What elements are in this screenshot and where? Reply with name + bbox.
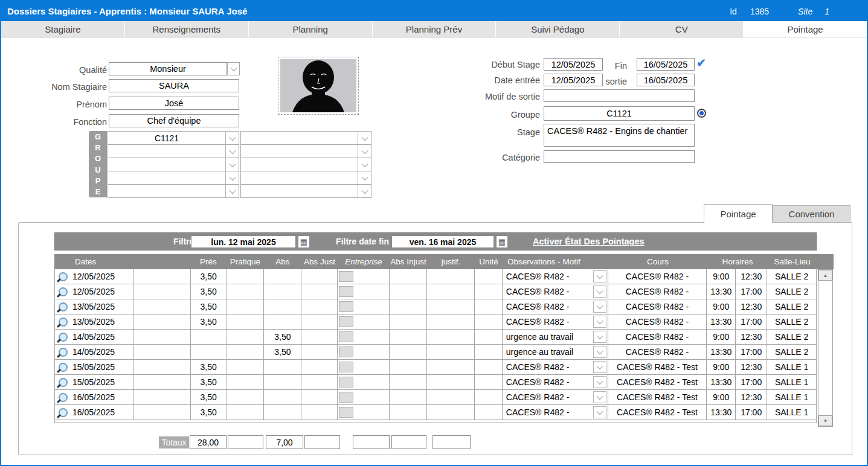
abs-injust-cell[interactable] [390,345,427,359]
unite-cell[interactable] [475,360,503,374]
scroll-up-button[interactable]: ▲ [818,270,832,281]
pres-cell[interactable] [191,330,227,344]
abs-cell[interactable] [264,360,301,374]
chevron-down-icon[interactable] [225,132,239,144]
subtab-pointage[interactable]: Pointage [704,204,773,223]
abs-cell[interactable] [264,269,301,284]
magnifier-icon[interactable] [59,378,68,387]
abs-just-cell[interactable] [301,405,338,420]
entreprise-checkbox[interactable] [339,346,353,357]
justif-cell[interactable] [427,330,475,344]
horaire-debut-cell[interactable]: 13:30 [707,405,736,420]
entreprise-checkbox[interactable] [339,331,353,342]
magnifier-icon[interactable] [59,408,68,417]
observations-combo[interactable]: CACES® R482 - [503,284,608,299]
magnifier-icon[interactable] [59,333,68,342]
salle-cell[interactable]: SALLE 1 [767,405,816,420]
motif-sortie-field[interactable] [544,89,695,102]
horaire-fin-cell[interactable]: 17:00 [736,284,767,299]
horaire-debut-cell[interactable]: 9:00 [707,390,736,404]
chevron-down-icon[interactable] [358,171,371,184]
horaire-debut-cell[interactable]: 9:00 [707,299,736,314]
justif-cell[interactable] [427,405,475,420]
pres-cell[interactable]: 3,50 [191,284,227,299]
horaire-fin-cell[interactable]: 12:30 [736,330,767,344]
groupe-right-combo-4[interactable] [240,171,371,185]
horaire-debut-cell[interactable]: 13:30 [707,284,736,299]
abs-injust-cell[interactable] [390,360,427,374]
tab-cv[interactable]: CV [620,21,744,37]
chevron-down-icon[interactable] [225,145,239,158]
observations-combo[interactable]: CACES® R482 - [503,360,608,374]
filter-start-input[interactable]: lun. 12 mai 2025 [191,235,296,248]
observations-combo[interactable]: urgence au travail [503,330,608,344]
entreprise-checkbox[interactable] [339,407,353,418]
tab-pointage[interactable]: Pointage [744,21,867,37]
abs-just-cell[interactable] [301,345,338,359]
magnifier-icon[interactable] [59,272,68,281]
pres-cell[interactable]: 3,50 [191,269,227,284]
entreprise-checkbox[interactable] [339,301,353,312]
subtab-convention[interactable]: Convention [773,205,850,222]
unite-cell[interactable] [475,330,503,344]
unite-cell[interactable] [475,405,503,420]
abs-just-cell[interactable] [301,284,338,299]
abs-injust-cell[interactable] [390,390,427,404]
horaire-fin-cell[interactable]: 12:30 [736,360,767,374]
abs-cell[interactable] [264,314,301,329]
tab-stagiaire[interactable]: Stagiaire [1,21,125,37]
chevron-down-icon[interactable] [225,158,239,171]
abs-just-cell[interactable] [301,330,338,344]
date-entree-field[interactable]: 12/05/2025 [544,74,603,86]
tab-planning[interactable]: Planning [249,21,373,37]
unite-cell[interactable] [475,390,503,404]
entreprise-checkbox[interactable] [339,316,353,327]
entreprise-checkbox[interactable] [339,377,353,388]
filter-end-input[interactable]: ven. 16 mai 2025 [391,235,494,248]
unite-cell[interactable] [475,269,503,284]
calendar-icon[interactable]: ▦ [298,235,310,248]
justif-cell[interactable] [427,284,475,299]
tab-planning-prev[interactable]: Planning Prév [373,21,497,37]
categorie-field[interactable] [544,150,695,163]
observations-combo[interactable]: CACES® R482 - [503,405,608,420]
pratique-cell[interactable] [227,314,265,329]
fonction-field[interactable]: Chef d'équipe [109,114,239,127]
pratique-cell[interactable] [227,299,265,314]
groupe-left-combo-3[interactable] [108,158,239,171]
cours-cell[interactable]: CACES® R482 - Test [608,390,707,404]
chevron-down-icon[interactable] [593,346,606,358]
calendar-icon[interactable]: ▦ [496,235,508,248]
trainee-photo[interactable] [278,57,359,115]
groupe-left-combo-2[interactable] [108,144,239,158]
observations-combo[interactable]: urgence au travail [503,345,608,359]
justif-cell[interactable] [427,375,475,389]
entreprise-checkbox[interactable] [339,362,353,372]
abs-injust-cell[interactable] [390,269,427,284]
prenom-field[interactable]: José [109,97,239,110]
pratique-cell[interactable] [227,390,265,404]
horaire-fin-cell[interactable]: 17:00 [736,405,767,420]
pratique-cell[interactable] [227,330,265,344]
chevron-down-icon[interactable] [593,301,606,313]
chevron-down-icon[interactable] [593,391,606,403]
debut-stage-field[interactable]: 12/05/2025 [544,58,603,71]
abs-cell[interactable] [264,405,301,420]
horaire-debut-cell[interactable]: 13:30 [707,345,736,359]
chevron-down-icon[interactable] [358,145,371,158]
observations-combo[interactable]: CACES® R482 - [503,390,608,404]
magnifier-icon[interactable] [59,302,68,311]
pres-cell[interactable]: 3,50 [191,390,227,404]
abs-just-cell[interactable] [301,299,338,314]
abs-cell[interactable]: 3,50 [264,345,301,359]
pratique-cell[interactable] [227,269,265,284]
tab-renseignements[interactable]: Renseignements [125,21,249,37]
cours-cell[interactable]: CACES® R482 - [608,345,707,359]
pratique-cell[interactable] [227,375,265,389]
justif-cell[interactable] [427,345,475,359]
horaire-fin-cell[interactable]: 12:30 [736,299,767,314]
observations-combo[interactable]: CACES® R482 - [503,299,608,314]
abs-injust-cell[interactable] [390,314,427,329]
qualite-select[interactable]: Monsieur [109,62,227,75]
justif-cell[interactable] [427,269,475,284]
